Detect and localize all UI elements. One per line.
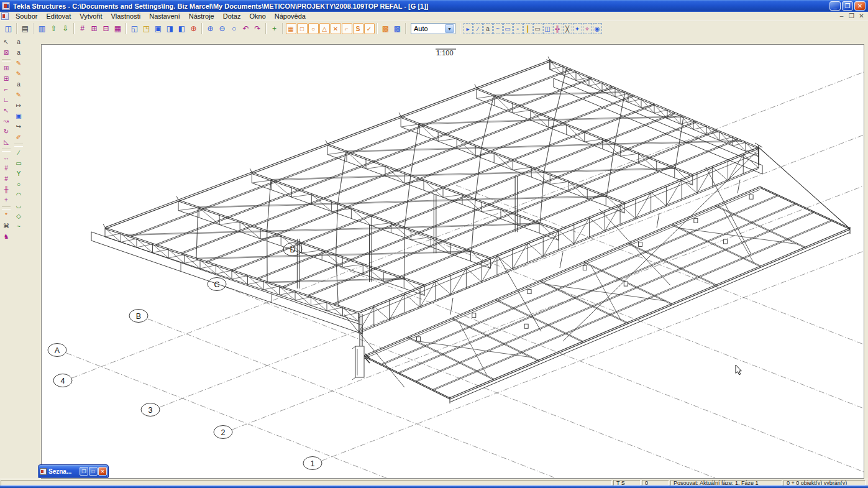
divide-line-icon[interactable]: ✎ <box>14 58 24 68</box>
snap-cursor-icon[interactable]: ↖ <box>1 37 11 47</box>
create-rectangle-icon[interactable]: ▭ <box>14 159 24 168</box>
grid-tool-icon[interactable]: # <box>1 163 11 173</box>
grid-modify-icon[interactable]: # <box>1 174 11 184</box>
zoom-original-icon[interactable]: ○ <box>228 22 240 35</box>
point-symbol-icon[interactable]: ✎ <box>14 90 24 100</box>
pan-icon[interactable]: + <box>268 22 280 35</box>
mdi-close-icon[interactable]: ✕ <box>857 12 866 19</box>
grid-line-icon[interactable]: ╫ <box>1 185 11 195</box>
restore-button[interactable]: ❐ <box>842 1 853 11</box>
menu-soubor[interactable]: Soubor <box>11 12 42 21</box>
zoom-next-icon[interactable]: ↷ <box>252 22 263 35</box>
view-along-line-icon[interactable]: ◳ <box>140 22 152 35</box>
split-line-icon[interactable]: Y <box>14 169 24 179</box>
snap-geometry-points-icon[interactable]: □ <box>297 23 308 34</box>
menu-nstroje[interactable]: Nástroje <box>185 12 219 21</box>
create-grid-icon[interactable]: # <box>76 22 88 35</box>
select-frames-icon[interactable]: ▭ <box>533 23 542 34</box>
snap-depth-icon[interactable]: ▩ <box>380 22 391 35</box>
screenshot-view-icon[interactable]: ▣ <box>14 111 24 121</box>
numbering-icon[interactable]: ⌘ <box>1 221 11 231</box>
fit-part-icon[interactable]: ↔ <box>1 153 11 163</box>
measure-tool-icon[interactable]: ↦ <box>14 101 24 111</box>
copy-icon[interactable]: ⊞ <box>1 63 11 73</box>
minimized-child-window[interactable]: Sezna... ❐ □ ✕ <box>38 464 109 478</box>
dropdown-arrow-icon[interactable]: ▼ <box>445 24 454 33</box>
menu-vlastnosti[interactable]: Vlastnosti <box>107 12 145 21</box>
create-polygon-icon[interactable]: ◇ <box>14 211 24 221</box>
named-views-icon[interactable]: ◧ <box>176 22 188 35</box>
snap-reference-points-icon[interactable]: ▦ <box>286 23 296 34</box>
grid-plane-yz-icon[interactable]: ▦ <box>112 22 124 35</box>
inquire-object-icon[interactable]: ♞ <box>1 232 11 242</box>
snap-zigzag-icon[interactable]: S <box>353 23 363 34</box>
close-button[interactable]: ✕ <box>854 1 866 11</box>
select-rebar-icon[interactable]: ╬ <box>553 23 562 34</box>
export-model-icon[interactable]: ⇩ <box>60 22 71 35</box>
select-bolts-icon[interactable]: ┃ <box>523 23 532 34</box>
child-close-button[interactable]: ✕ <box>98 467 107 476</box>
model-view-canvas[interactable]: DCBA43211:100 <box>41 44 864 479</box>
add-point-line-icon[interactable]: a <box>14 48 24 58</box>
open-model-icon[interactable]: ◫ <box>2 22 14 35</box>
add-point-icon[interactable]: a <box>14 37 24 47</box>
report-icon[interactable]: ▥ <box>36 22 48 35</box>
menu-dotaz[interactable]: Dotaz <box>219 12 245 21</box>
phase-manager-icon[interactable]: * <box>1 211 11 221</box>
select-crossbrace-icon[interactable]: ╳ <box>563 23 572 34</box>
grid-plane-xy-icon[interactable]: ⊞ <box>88 22 100 35</box>
snap-circles-icon[interactable]: ○ <box>308 23 319 34</box>
select-welds-icon[interactable]: ◫ <box>543 23 552 34</box>
menu-npovda[interactable]: Nápověda <box>270 12 310 21</box>
select-parts-icon[interactable]: ▫ <box>513 23 523 34</box>
add-point-arc-icon[interactable]: a <box>14 80 24 90</box>
mdi-minimize-icon[interactable]: – <box>838 12 846 19</box>
axis-tool-icon[interactable]: + <box>1 195 11 205</box>
snap-free-icon[interactable]: ✓ <box>364 23 375 34</box>
menu-okno[interactable]: Okno <box>245 12 270 21</box>
create-spline-icon[interactable]: ~ <box>14 222 24 232</box>
move-mirror-icon[interactable]: ◺ <box>1 137 11 147</box>
menu-nastaven[interactable]: Nastavení <box>145 12 185 21</box>
copy-mirror-icon[interactable]: ∟ <box>1 95 11 105</box>
select-components-icon[interactable]: ✦ <box>573 23 582 34</box>
trace-line-icon[interactable]: ↪ <box>14 122 24 132</box>
zoom-in-icon[interactable]: ⊕ <box>204 22 216 35</box>
smart-select-icon[interactable]: ⊠ <box>1 48 11 58</box>
menu-vytvoit[interactable]: Vytvořit <box>75 12 106 21</box>
mdi-restore-icon[interactable]: ❐ <box>847 12 856 19</box>
print-list-icon[interactable]: ▤ <box>19 22 31 35</box>
select-texts-icon[interactable]: a <box>483 23 493 34</box>
menu-editovat[interactable]: Editovat <box>42 12 75 21</box>
create-circle-icon[interactable]: ○ <box>14 180 24 190</box>
select-all-icon[interactable]: ▸ <box>464 23 473 34</box>
minimize-button[interactable]: _ <box>829 1 841 11</box>
basic-views-icon[interactable]: ◨ <box>164 22 176 35</box>
create-curve-icon[interactable]: ◡ <box>14 201 24 211</box>
snap-mode-dropdown[interactable]: Auto▼ <box>411 23 455 34</box>
zoom-previous-icon[interactable]: ↶ <box>240 22 252 35</box>
snap-plane-icon[interactable]: ▩ <box>391 22 403 35</box>
grid-plane-xz-icon[interactable]: ⊟ <box>100 22 112 35</box>
snap-triangles-icon[interactable]: △ <box>319 23 330 34</box>
paint-tool-icon[interactable]: ✐ <box>14 132 24 142</box>
select-assemblies-icon[interactable]: ◉ <box>593 23 602 34</box>
copy-linear-icon[interactable]: ⊞ <box>1 74 11 84</box>
move-rotate-icon[interactable]: ↻ <box>1 127 11 137</box>
select-phases-icon[interactable]: ✧ <box>583 23 592 34</box>
create-arc-icon[interactable]: ◠ <box>14 190 24 200</box>
import-model-icon[interactable]: ⇧ <box>48 22 60 35</box>
select-lines-icon[interactable]: ∕ <box>473 23 483 34</box>
copy-rotate-icon[interactable]: ⌐ <box>1 85 11 94</box>
create-line-icon[interactable]: ∕ <box>14 148 24 158</box>
view-properties-icon[interactable]: ⊕ <box>188 22 199 35</box>
child-restore-button[interactable]: ❐ <box>80 467 88 476</box>
new-view-icon[interactable]: ◱ <box>129 22 140 35</box>
move-icon[interactable]: ↖ <box>1 106 11 116</box>
select-boxes-icon[interactable]: ▭ <box>503 23 513 34</box>
zoom-out-icon[interactable]: ⊖ <box>216 22 228 35</box>
snap-perpendicular-icon[interactable]: ⌐ <box>342 23 352 34</box>
child-maximize-button[interactable]: □ <box>89 467 98 476</box>
pick-line-icon[interactable]: ✎ <box>14 69 24 79</box>
snap-crossings-icon[interactable]: ✕ <box>331 23 341 34</box>
